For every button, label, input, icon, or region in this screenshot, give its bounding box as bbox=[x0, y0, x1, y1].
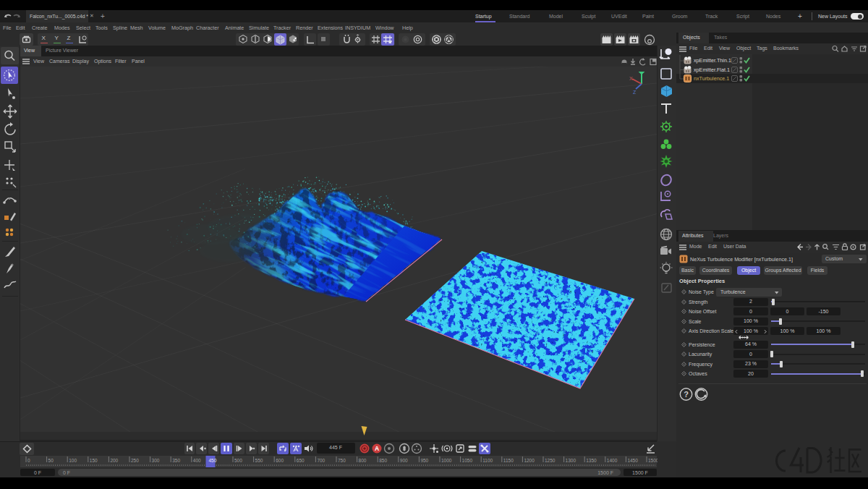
svg-text:600: 600 bbox=[276, 458, 284, 463]
svg-text:700: 700 bbox=[317, 458, 325, 463]
svg-text:1450: 1450 bbox=[627, 458, 638, 463]
svg-text:300: 300 bbox=[152, 458, 160, 463]
svg-text:1400: 1400 bbox=[607, 458, 618, 463]
svg-text:50: 50 bbox=[48, 458, 54, 463]
svg-text:800: 800 bbox=[359, 458, 367, 463]
svg-text:0: 0 bbox=[27, 458, 30, 463]
svg-text:1100: 1100 bbox=[482, 458, 493, 463]
svg-text:750: 750 bbox=[338, 458, 346, 463]
svg-text:1300: 1300 bbox=[566, 458, 576, 463]
svg-text:450: 450 bbox=[209, 458, 217, 463]
svg-text:1050: 1050 bbox=[462, 458, 473, 463]
svg-text:1250: 1250 bbox=[545, 458, 556, 463]
svg-text:1150: 1150 bbox=[503, 458, 514, 463]
svg-text:1000: 1000 bbox=[441, 458, 452, 463]
svg-text:400: 400 bbox=[193, 458, 201, 463]
svg-text:350: 350 bbox=[172, 458, 180, 463]
svg-text:X: X bbox=[629, 76, 633, 81]
svg-text:200: 200 bbox=[110, 458, 118, 463]
svg-text:950: 950 bbox=[420, 458, 428, 463]
svg-text:1500: 1500 bbox=[648, 458, 658, 463]
svg-text:900: 900 bbox=[400, 458, 408, 463]
svg-text:A: A bbox=[375, 445, 379, 452]
svg-text:850: 850 bbox=[379, 458, 387, 463]
svg-text:150: 150 bbox=[90, 458, 98, 463]
svg-text:1200: 1200 bbox=[524, 458, 535, 463]
svg-text:500: 500 bbox=[234, 458, 242, 463]
svg-text:550: 550 bbox=[255, 458, 263, 463]
svg-text:Z: Z bbox=[633, 90, 637, 95]
svg-text:650: 650 bbox=[297, 458, 305, 463]
svg-text:?: ? bbox=[684, 390, 689, 399]
svg-text:1350: 1350 bbox=[586, 458, 597, 463]
svg-text:100: 100 bbox=[69, 458, 77, 463]
svg-text:250: 250 bbox=[131, 458, 139, 463]
